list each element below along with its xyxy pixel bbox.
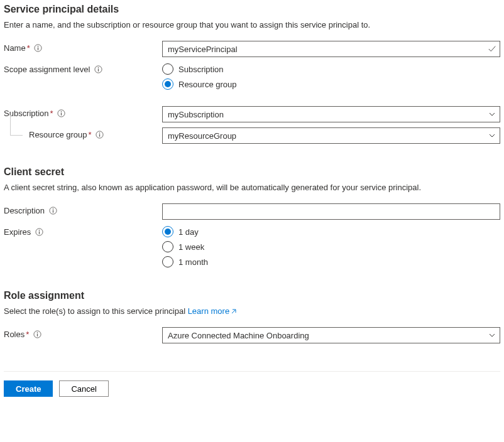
scope-label: Scope assignment level — [4, 62, 162, 74]
roles-label-text: Roles — [4, 330, 25, 339]
radio-icon — [162, 226, 173, 237]
role-desc-text: Select the role(s) to assign to this ser… — [4, 306, 188, 316]
radio-label: 1 week — [178, 242, 204, 252]
expires-radio-1day[interactable]: 1 day — [162, 226, 500, 237]
expires-radio-1month[interactable]: 1 month — [162, 256, 500, 267]
create-button[interactable]: Create — [4, 380, 53, 397]
name-label: Name* — [4, 41, 162, 53]
client-secret-heading: Client secret — [4, 166, 500, 178]
radio-label: Resource group — [178, 80, 237, 89]
external-link-icon — [231, 308, 238, 315]
scope-radio-resource-group[interactable]: Resource group — [162, 78, 500, 90]
expires-radio-1week[interactable]: 1 week — [162, 241, 500, 252]
description-input[interactable] — [162, 203, 500, 220]
learn-more-link[interactable]: Learn more — [188, 306, 238, 316]
scope-label-text: Scope assignment level — [4, 65, 90, 74]
name-input[interactable]: myServicePrincipal — [162, 41, 500, 57]
radio-label: Subscription — [178, 65, 224, 74]
name-label-text: Name — [4, 43, 26, 53]
role-assignment-desc: Select the role(s) to assign to this ser… — [4, 306, 500, 316]
subscription-label: Subscription* — [4, 106, 162, 118]
info-icon[interactable] — [94, 65, 102, 74]
expires-label: Expires — [4, 225, 162, 237]
info-icon[interactable] — [35, 228, 43, 237]
required-asterisk: * — [26, 330, 29, 339]
radio-icon — [162, 63, 173, 75]
hierarchy-line — [10, 115, 23, 136]
description-label: Description — [4, 203, 162, 215]
footer-divider — [4, 371, 500, 372]
expires-radio-group: 1 day 1 week 1 month — [162, 225, 500, 267]
learn-more-text: Learn more — [188, 306, 229, 316]
roles-select[interactable]: Azure Connected Machine Onboarding — [162, 327, 500, 343]
expires-label-text: Expires — [4, 227, 31, 237]
required-asterisk: * — [27, 43, 30, 53]
client-secret-desc: A client secret string, also known as ap… — [4, 183, 500, 192]
info-icon[interactable] — [48, 207, 57, 215]
info-icon[interactable] — [34, 44, 43, 53]
info-icon[interactable] — [57, 109, 66, 118]
description-label-text: Description — [4, 206, 45, 215]
footer-button-bar: Create Cancel — [4, 380, 500, 401]
radio-icon — [162, 241, 173, 252]
radio-icon — [162, 78, 173, 90]
roles-label: Roles* — [4, 327, 162, 339]
subscription-select[interactable]: mySubscription — [162, 106, 500, 122]
service-principal-desc: Enter a name, and the subscription or re… — [4, 20, 500, 30]
service-principal-heading: Service principal details — [4, 4, 500, 15]
resource-group-label: Resource group* — [4, 127, 162, 139]
info-icon[interactable] — [96, 131, 104, 139]
resource-group-label-text: Resource group — [29, 130, 87, 139]
resource-group-select[interactable]: myResourceGroup — [162, 127, 500, 144]
required-asterisk: * — [50, 109, 53, 118]
required-asterisk: * — [89, 130, 92, 139]
radio-icon — [162, 256, 173, 267]
cancel-button[interactable]: Cancel — [59, 380, 108, 397]
scope-radio-subscription[interactable]: Subscription — [162, 63, 500, 75]
scope-radio-group: Subscription Resource group — [162, 62, 500, 90]
role-assignment-heading: Role assignment — [4, 290, 500, 301]
radio-label: 1 day — [178, 227, 199, 237]
radio-label: 1 month — [178, 257, 208, 267]
info-icon[interactable] — [33, 330, 41, 339]
